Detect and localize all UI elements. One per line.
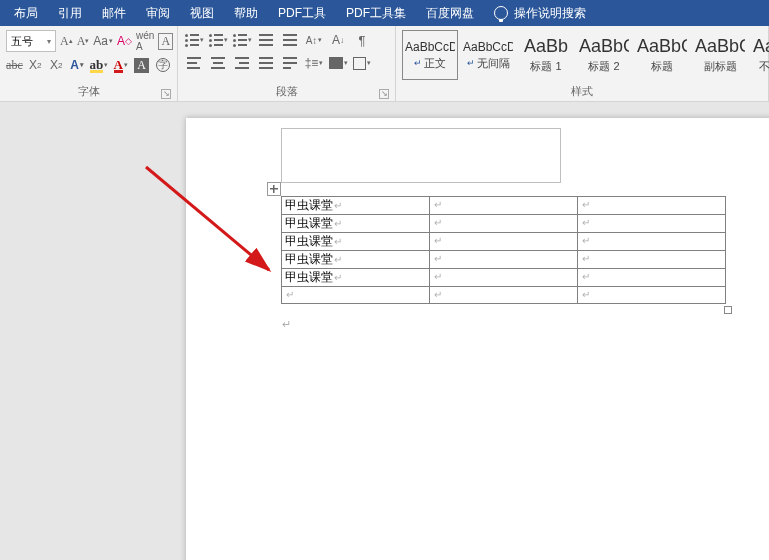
text-direction-button[interactable]: A↕▾: [304, 30, 324, 50]
font-color-button[interactable]: A▾: [112, 55, 129, 75]
style-normal[interactable]: AaBbCcDd ↵正文: [402, 30, 458, 80]
table-move-handle[interactable]: [267, 182, 281, 196]
sort-button[interactable]: A↓: [328, 30, 348, 50]
character-border-button[interactable]: A: [158, 31, 173, 51]
group-styles: AaBbCcDd ↵正文 AaBbCcDd ↵无间隔 AaBb 标题 1 AaB…: [396, 26, 769, 101]
table-cell[interactable]: ↵: [430, 215, 578, 233]
table-cell[interactable]: ↵: [578, 197, 726, 215]
borders-icon: [353, 57, 366, 70]
phonetic-guide-button[interactable]: wénA: [136, 31, 154, 51]
tab-pdf-tools[interactable]: PDF工具: [268, 0, 336, 26]
style-heading2[interactable]: AaBbC 标题 2: [576, 30, 632, 80]
character-shading-button[interactable]: A: [133, 55, 150, 75]
table-row[interactable]: 甲虫课堂↵↵↵: [282, 215, 726, 233]
highlight-button[interactable]: ab▾: [90, 55, 109, 75]
show-marks-button[interactable]: ¶: [352, 30, 372, 50]
tab-layout[interactable]: 布局: [4, 0, 48, 26]
table-cell[interactable]: ↵: [430, 233, 578, 251]
tab-pdf-toolset[interactable]: PDF工具集: [336, 0, 416, 26]
increase-indent-button[interactable]: [280, 30, 300, 50]
table-row[interactable]: 甲虫课堂↵↵↵: [282, 269, 726, 287]
table-cell[interactable]: ↵: [430, 287, 578, 304]
shading-icon: [329, 57, 343, 69]
numbering-button[interactable]: ▾: [208, 30, 228, 50]
text-effects-button[interactable]: A▾: [69, 55, 86, 75]
grow-font-button[interactable]: A▴: [60, 31, 73, 51]
style-heading1[interactable]: AaBb 标题 1: [518, 30, 574, 80]
align-right-button[interactable]: [232, 53, 252, 73]
cell-text: 甲虫课堂: [285, 216, 333, 230]
table-cell[interactable]: ↵: [578, 251, 726, 269]
tab-references[interactable]: 引用: [48, 0, 92, 26]
table-row[interactable]: 甲虫课堂↵↵↵: [282, 251, 726, 269]
subscript-button[interactable]: X2: [27, 55, 44, 75]
enclose-characters-button[interactable]: 字: [154, 55, 171, 75]
document-table[interactable]: 甲虫课堂↵↵↵甲虫课堂↵↵↵甲虫课堂↵↵↵甲虫课堂↵↵↵甲虫课堂↵↵↵↵↵↵: [281, 196, 726, 304]
align-justify-button[interactable]: [256, 53, 276, 73]
paragraph-dialog-launcher[interactable]: ↘: [379, 89, 389, 99]
group-paragraph: ▾ ▾ ▾ A↕▾ A↓ ¶ ‡≡▾ ▾ ▾ 段落↘: [178, 26, 396, 101]
text-box-frame[interactable]: [281, 128, 561, 183]
align-left-button[interactable]: [184, 53, 204, 73]
table-cell[interactable]: ↵: [578, 215, 726, 233]
style-preview: AaBbC: [579, 36, 629, 57]
table-cell[interactable]: ↵: [282, 287, 430, 304]
borders-button[interactable]: ▾: [352, 53, 372, 73]
cell-text: 甲虫课堂: [285, 198, 333, 212]
align-center-icon: [211, 57, 225, 69]
line-spacing-button[interactable]: ‡≡▾: [304, 53, 324, 73]
tab-mailings[interactable]: 邮件: [92, 0, 136, 26]
decrease-indent-button[interactable]: [256, 30, 276, 50]
styles-gallery[interactable]: AaBbCcDd ↵正文 AaBbCcDd ↵无间隔 AaBb 标题 1 AaB…: [402, 30, 769, 82]
table-resize-handle[interactable]: [724, 306, 732, 314]
style-title[interactable]: AaBbC 标题: [634, 30, 690, 80]
style-subtitle[interactable]: AaBbC 副标题: [692, 30, 748, 80]
clear-formatting-button[interactable]: A◇: [117, 31, 132, 51]
cell-paragraph-mark: ↵: [434, 253, 442, 264]
table-cell[interactable]: ↵: [578, 233, 726, 251]
align-distributed-button[interactable]: [280, 53, 300, 73]
multilevel-list-button[interactable]: ▾: [232, 30, 252, 50]
table-row[interactable]: 甲虫课堂↵↵↵: [282, 197, 726, 215]
tab-help[interactable]: 帮助: [224, 0, 268, 26]
table-cell[interactable]: ↵: [578, 287, 726, 304]
table-row[interactable]: 甲虫课堂↵↵↵: [282, 233, 726, 251]
font-size-selector[interactable]: 五号▾: [6, 30, 56, 52]
table-cell[interactable]: 甲虫课堂↵: [282, 197, 430, 215]
table-cell[interactable]: ↵: [578, 269, 726, 287]
shading-button[interactable]: ▾: [328, 53, 348, 73]
table-cell[interactable]: 甲虫课堂↵: [282, 233, 430, 251]
table-row[interactable]: ↵↵↵: [282, 287, 726, 304]
shrink-font-button[interactable]: A▾: [77, 31, 90, 51]
tab-baidu-netdisk[interactable]: 百度网盘: [416, 0, 484, 26]
cell-paragraph-mark: ↵: [334, 272, 342, 283]
document-area[interactable]: 甲虫课堂↵↵↵甲虫课堂↵↵↵甲虫课堂↵↵↵甲虫课堂↵↵↵甲虫课堂↵↵↵↵↵↵ ↵: [0, 102, 769, 560]
style-extra[interactable]: AaBbC 不明: [750, 30, 769, 80]
tab-review[interactable]: 审阅: [136, 0, 180, 26]
style-preview: AaBbC: [695, 36, 745, 57]
bullets-button[interactable]: ▾: [184, 30, 204, 50]
table-cell[interactable]: ↵: [430, 251, 578, 269]
align-center-button[interactable]: [208, 53, 228, 73]
font-dialog-launcher[interactable]: ↘: [161, 89, 171, 99]
style-name: 正文: [424, 56, 446, 71]
cell-paragraph-mark: ↵: [434, 199, 442, 210]
table-cell[interactable]: ↵: [430, 269, 578, 287]
cell-paragraph-mark: ↵: [434, 289, 442, 300]
tab-view[interactable]: 视图: [180, 0, 224, 26]
table-cell[interactable]: 甲虫课堂↵: [282, 215, 430, 233]
paragraph-mark: ↵: [282, 318, 291, 331]
tell-me-search[interactable]: 操作说明搜索: [484, 5, 586, 22]
page[interactable]: 甲虫课堂↵↵↵甲虫课堂↵↵↵甲虫课堂↵↵↵甲虫课堂↵↵↵甲虫课堂↵↵↵↵↵↵ ↵: [186, 118, 769, 560]
table-cell[interactable]: 甲虫课堂↵: [282, 269, 430, 287]
table-cell[interactable]: ↵: [430, 197, 578, 215]
strike-button[interactable]: abc: [6, 55, 23, 75]
check-icon: ↵: [467, 58, 475, 68]
cell-paragraph-mark: ↵: [334, 254, 342, 265]
tell-me-label: 操作说明搜索: [514, 5, 586, 22]
style-no-spacing[interactable]: AaBbCcDd ↵无间隔: [460, 30, 516, 80]
change-case-button[interactable]: Aa▾: [93, 31, 113, 51]
superscript-button[interactable]: X2: [48, 55, 65, 75]
style-preview: AaBb: [521, 36, 571, 57]
table-cell[interactable]: 甲虫课堂↵: [282, 251, 430, 269]
